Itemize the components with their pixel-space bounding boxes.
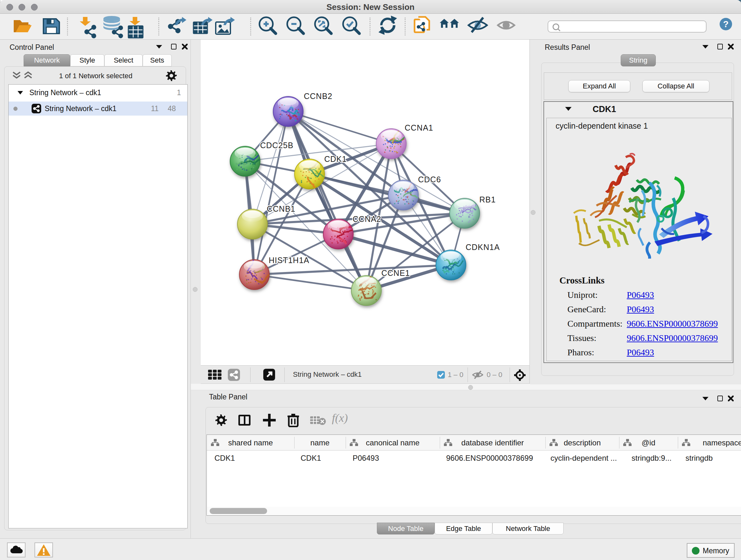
svg-text:CCNE1: CCNE1 bbox=[381, 268, 410, 277]
svg-text:CCNB1: CCNB1 bbox=[267, 204, 295, 213]
svg-text:CDK1: CDK1 bbox=[324, 154, 347, 164]
svg-text:CCNA1: CCNA1 bbox=[405, 123, 433, 132]
svg-text:CDKN1A: CDKN1A bbox=[466, 243, 500, 252]
svg-text:CCNA2: CCNA2 bbox=[353, 214, 381, 224]
svg-text:CDC6: CDC6 bbox=[418, 175, 441, 184]
svg-text:HIST1H1A: HIST1H1A bbox=[269, 256, 309, 265]
svg-text:RB1: RB1 bbox=[479, 195, 496, 204]
svg-text:CCNB2: CCNB2 bbox=[304, 91, 333, 101]
svg-text:CDC25B: CDC25B bbox=[260, 141, 293, 150]
